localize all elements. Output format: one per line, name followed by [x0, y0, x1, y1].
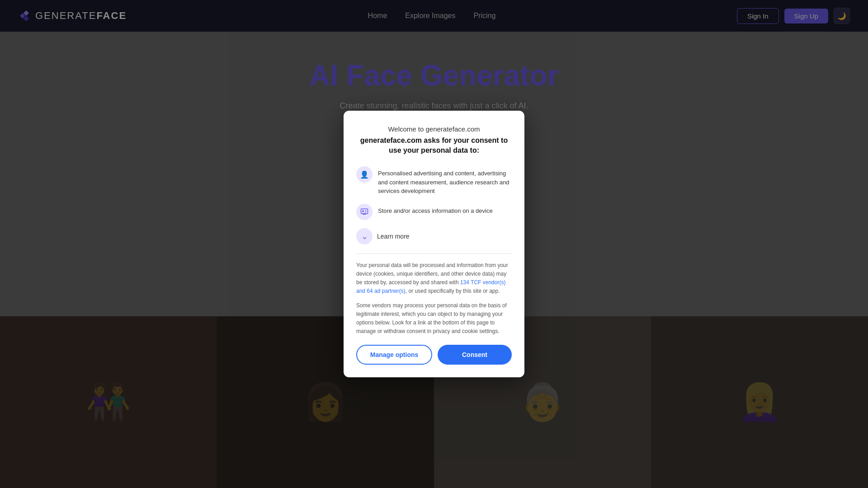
svg-rect-4 — [363, 214, 366, 215]
svg-rect-2 — [365, 210, 367, 211]
learn-more-label: Learn more — [377, 233, 410, 240]
svg-rect-0 — [361, 209, 368, 214]
consent-overlay: Welcome to generateface.com generateface… — [0, 0, 868, 488]
modal-headline: generateface.com asks for your consent t… — [356, 136, 512, 156]
consent-item-personalised: 👤 Personalised advertising and content, … — [356, 166, 512, 196]
consent-item-personalised-text: Personalised advertising and content, ad… — [378, 166, 512, 196]
consent-body-2: Some vendors may process your personal d… — [356, 301, 512, 336]
svg-rect-1 — [363, 210, 364, 212]
chevron-down-icon: ⌄ — [356, 228, 373, 244]
modal-actions: Manage options Consent — [356, 345, 512, 365]
manage-options-button[interactable]: Manage options — [356, 345, 432, 365]
svg-rect-3 — [365, 211, 367, 212]
consent-item-store: Store and/or access information on a dev… — [356, 204, 512, 220]
person-icon: 👤 — [356, 166, 373, 183]
divider-1 — [356, 253, 512, 254]
learn-more-item[interactable]: ⌄ Learn more — [356, 228, 512, 244]
consent-body-1: Your personal data will be processed and… — [356, 261, 512, 296]
consent-modal: Welcome to generateface.com generateface… — [344, 111, 524, 378]
consent-button[interactable]: Consent — [438, 345, 512, 365]
consent-item-store-text: Store and/or access information on a dev… — [378, 204, 493, 216]
storage-icon — [356, 204, 373, 220]
modal-welcome: Welcome to generateface.com — [356, 125, 512, 133]
